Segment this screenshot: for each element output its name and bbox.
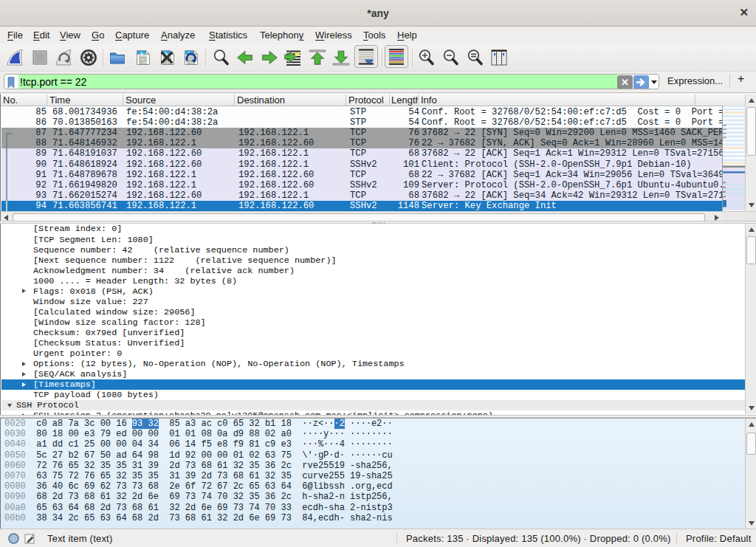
svg-text:0011: 0011 xyxy=(139,61,147,65)
